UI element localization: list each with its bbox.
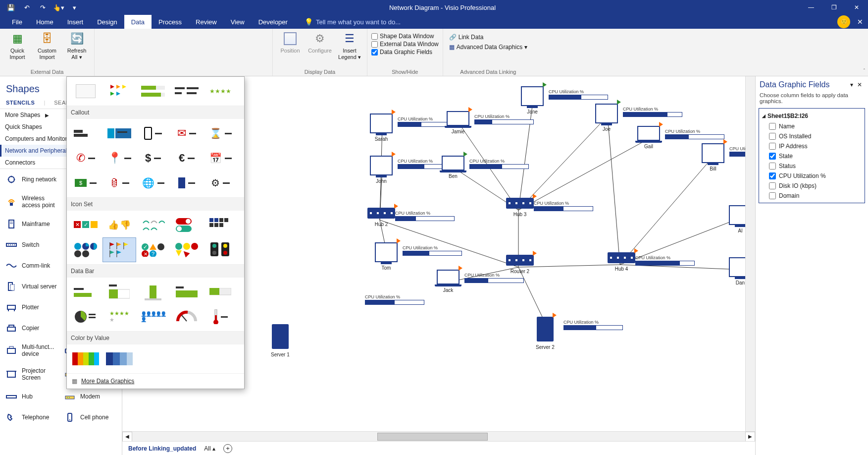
shape-cell-phone[interactable]: Cell phone <box>62 409 118 426</box>
shape-virtual-server[interactable]: Virtual server <box>4 278 59 295</box>
gallery-callout-money[interactable]: $ <box>69 171 102 195</box>
advanced-data-graphics-button[interactable]: ▦Advanced Data Graphics ▾ <box>447 43 529 52</box>
save-button[interactable]: 💾 <box>5 1 17 13</box>
vertical-scrollbar[interactable] <box>745 76 755 431</box>
field-domain[interactable]: Domain <box>760 191 864 201</box>
close-window-button[interactable]: ✕ <box>845 0 868 15</box>
custom-import-button[interactable]: 🗄 Custom Import <box>34 31 60 60</box>
gallery-color-2[interactable] <box>102 346 136 371</box>
node-dan[interactable]: Dan <box>729 257 745 285</box>
node-gail[interactable]: GailCPU Utilization % <box>637 126 660 149</box>
tab-file[interactable]: File <box>5 15 29 29</box>
field-status[interactable]: Status <box>760 161 864 171</box>
gallery-databar-pie[interactable] <box>69 304 102 329</box>
undo-button[interactable]: ↶ <box>21 1 33 13</box>
shape-plotter[interactable]: Plotter <box>4 299 59 316</box>
field-cpu-utilization-[interactable]: CPU Utilization % <box>760 171 864 181</box>
gallery-iconset-wifi[interactable] <box>136 213 170 237</box>
gallery-callout-server[interactable] <box>170 171 204 195</box>
close-subwindow-button[interactable]: ✕ <box>857 18 863 26</box>
node-server-2[interactable]: Server 2CPU Utilization % <box>536 317 555 350</box>
position-button[interactable]: Position <box>277 31 304 54</box>
node-router-2[interactable]: Router 2 <box>506 255 534 274</box>
gallery-item-stars[interactable]: ★★★★ <box>204 79 237 104</box>
link-data-button[interactable]: 🔗Link Data <box>447 33 529 42</box>
gallery-item-progress[interactable] <box>136 79 170 104</box>
check-external-data-window[interactable]: External Data Window <box>371 41 439 48</box>
gallery-databar-people[interactable]: 👤👤👤👤👤👤 <box>136 304 170 329</box>
check-shape-data-window[interactable]: Shape Data Window <box>371 33 439 40</box>
gallery-callout-phone2[interactable]: ✆ <box>69 146 102 171</box>
refresh-all-button[interactable]: 🔄 Refresh All ▾ <box>63 31 90 60</box>
shape-modem[interactable]: Modem <box>62 388 118 405</box>
quick-import-button[interactable]: ▦ Quick Import <box>4 31 31 60</box>
gallery-databar-1[interactable] <box>69 280 102 304</box>
gallery-callout-pin[interactable]: 📍 <box>102 146 136 171</box>
redo-button[interactable]: ↷ <box>37 1 49 13</box>
gallery-iconset-1[interactable]: ✕✓ <box>69 213 102 237</box>
restore-button[interactable]: ❐ <box>822 0 845 15</box>
tab-data[interactable]: Data <box>124 15 152 29</box>
tab-view[interactable]: View <box>224 15 252 29</box>
gallery-callout-hourglass[interactable]: ⌛ <box>204 121 237 146</box>
shape-wireless-access-point[interactable]: Wireless access point <box>4 192 59 212</box>
node-hub-2[interactable]: Hub 2CPU Utilization % <box>367 208 395 227</box>
configure-button[interactable]: ⚙ Configure <box>306 31 333 54</box>
shape-comm-link[interactable]: Comm-link <box>4 257 59 274</box>
gallery-callout-phone[interactable] <box>136 121 170 146</box>
gallery-callout-gear[interactable]: ⚙ <box>204 171 237 195</box>
gallery-databar-stars[interactable]: ★★★★★ <box>102 304 136 329</box>
horizontal-scrollbar[interactable]: ◀ ▶ <box>122 431 755 441</box>
shape-switch[interactable]: Switch <box>4 236 59 253</box>
gallery-callout-db[interactable]: 🛢 <box>102 171 136 195</box>
collapse-ribbon-button[interactable]: ˆ <box>864 68 865 74</box>
pane-close-button[interactable]: ✕ <box>855 81 864 88</box>
gallery-callout-mail[interactable]: ✉ <box>170 121 204 146</box>
field-disk-io-kbps-[interactable]: Disk IO (kbps) <box>760 181 864 191</box>
node-hub-3[interactable]: Hub 3CPU Utilization % <box>506 198 534 217</box>
scroll-left-button[interactable]: ◀ <box>122 432 132 442</box>
gallery-databar-thermo[interactable] <box>204 304 237 329</box>
gallery-item-none[interactable] <box>69 79 102 104</box>
node-ben[interactable]: BenCPU Utilization % <box>442 156 464 179</box>
gallery-callout-1[interactable] <box>69 121 102 146</box>
shape-telephone[interactable]: Telephone <box>4 409 59 426</box>
gallery-callout-globe[interactable]: 🌐 <box>136 171 170 195</box>
gallery-iconset-lights[interactable] <box>170 237 204 262</box>
node-jack[interactable]: JackCPU Utilization % <box>437 270 460 293</box>
node-jane[interactable]: JaneCPU Utilization % <box>521 86 544 114</box>
gallery-databar-2[interactable] <box>102 280 136 304</box>
tab-review[interactable]: Review <box>189 15 224 29</box>
pane-dropdown-button[interactable]: ▾ <box>848 81 855 88</box>
field-name[interactable]: Name <box>760 121 864 131</box>
tab-home[interactable]: Home <box>29 15 60 29</box>
gallery-databar-4[interactable] <box>170 280 204 304</box>
gallery-iconset-signs[interactable]: ✓✕? <box>136 237 170 262</box>
sheet-tab[interactable]: Before Linking_updated <box>128 445 196 452</box>
feedback-smile-icon[interactable]: 🙂 <box>837 15 850 28</box>
gallery-iconset-toggles[interactable] <box>170 213 204 237</box>
gallery-iconset-pies[interactable] <box>69 237 102 262</box>
shape-hub[interactable]: Hub <box>4 388 59 405</box>
node-server-1[interactable]: Server 1 <box>271 324 290 357</box>
shape-copier[interactable]: Copier <box>4 320 59 337</box>
touch-mode-button[interactable]: 👆▾ <box>52 1 64 13</box>
node-jamie[interactable]: JamieCPU Utilization % <box>447 111 469 134</box>
shape-ring-network[interactable]: Ring network <box>4 171 59 188</box>
gallery-more-link[interactable]: ▦ More Data Graphics <box>67 374 244 389</box>
check-data-graphic-fields[interactable]: Data Graphic Fields <box>371 49 439 56</box>
node-joe[interactable]: JoeCPU Utilization % <box>595 104 618 132</box>
tab-insert[interactable]: Insert <box>60 15 91 29</box>
minimize-button[interactable]: — <box>800 0 822 15</box>
field-os-installed[interactable]: OS Installed <box>760 131 864 141</box>
tell-me-search[interactable]: 💡 Tell me what you want to do... <box>295 15 401 29</box>
node-cut[interactable]: CPU Utilization % <box>365 294 424 305</box>
node-al[interactable]: Al <box>729 205 745 233</box>
node-hub-4[interactable]: Hub 4CPU Utilization % <box>608 252 635 272</box>
gallery-iconset-flags-selected[interactable] <box>102 237 136 262</box>
shape-projector-screen[interactable]: Projector Screen <box>4 364 59 384</box>
gallery-databar-gauge[interactable] <box>170 304 204 329</box>
gallery-databar-5[interactable] <box>204 280 237 304</box>
shapes-tab-stencils[interactable]: STENCILS <box>6 100 35 106</box>
tab-design[interactable]: Design <box>90 15 124 29</box>
